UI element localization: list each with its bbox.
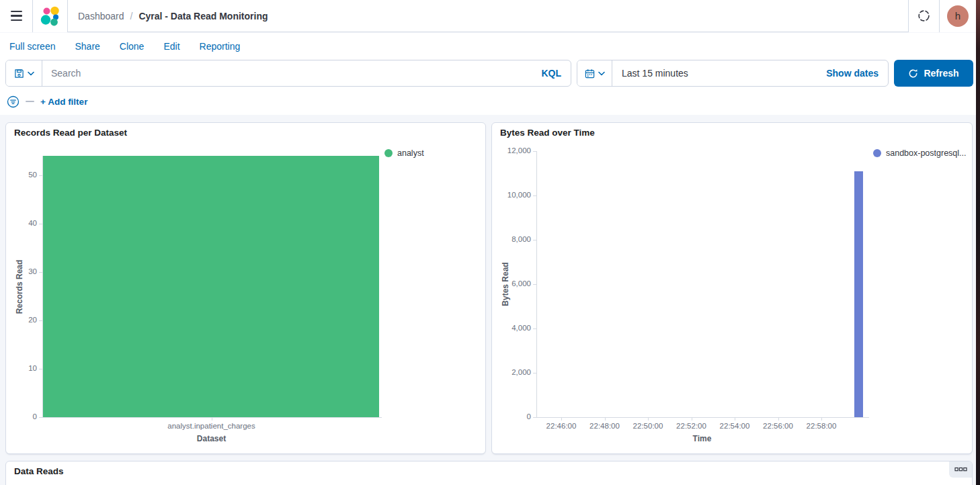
x-tick-label: 22:48:00 <box>581 422 628 430</box>
y-tick-mark <box>533 240 536 240</box>
calendar-icon <box>585 69 595 79</box>
y-tick-label: 40 <box>0 219 37 227</box>
x-tick-mark <box>692 417 692 421</box>
share-link[interactable]: Share <box>71 38 103 54</box>
user-menu-button[interactable]: h <box>939 0 976 32</box>
x-tick-mark <box>605 417 606 421</box>
y-tick-mark <box>533 373 536 373</box>
saved-query-button[interactable] <box>6 60 42 86</box>
x-tick-mark <box>648 417 649 421</box>
data-reads-panel: Data Reads <box>5 461 973 485</box>
breadcrumb: Dashboard / Cyral - Data Read Monitoring <box>78 11 268 21</box>
chevron-down-icon <box>28 71 34 76</box>
help-icon <box>917 9 930 22</box>
legend-dot-icon <box>873 149 881 157</box>
legend-item[interactable]: sandbox-postgresql... <box>873 148 967 158</box>
y-tick-mark <box>533 195 536 196</box>
x-axis-line <box>42 417 382 418</box>
x-axis-title: Dataset <box>145 434 279 443</box>
y-tick-label: 2,000 <box>492 368 531 376</box>
chart-legend: analyst <box>384 148 424 158</box>
y-tick-mark <box>39 272 42 273</box>
full-screen-link[interactable]: Full screen <box>6 38 58 54</box>
y-tick-label: 10,000 <box>492 191 531 199</box>
y-tick-label: 20 <box>0 316 37 324</box>
chevron-down-icon <box>598 71 605 76</box>
x-tick-mark <box>735 417 735 421</box>
y-axis-title: Bytes Read <box>501 262 510 306</box>
panel-options-icon <box>954 466 967 474</box>
query-language-button[interactable]: KQL <box>532 60 571 86</box>
x-tick-label: 22:56:00 <box>755 422 802 430</box>
records-read-panel: Records Read per Dataset 01020304050anal… <box>5 122 486 454</box>
bar-analyst[interactable] <box>43 156 379 417</box>
filter-options-icon[interactable] <box>7 95 19 108</box>
breadcrumb-separator: / <box>130 11 133 21</box>
quick-select-date-button[interactable] <box>577 60 612 86</box>
hamburger-icon <box>11 11 22 21</box>
bar-sandbox-postgresql...[interactable] <box>854 171 863 417</box>
breadcrumb-dashboard-link[interactable]: Dashboard <box>78 11 124 21</box>
y-tick-label: 10 <box>0 364 37 372</box>
chart-legend: sandbox-postgresql... <box>873 148 967 158</box>
refresh-label: Refresh <box>924 68 958 79</box>
y-tick-mark <box>39 417 42 418</box>
y-tick-mark <box>533 151 536 152</box>
help-button[interactable] <box>908 0 939 32</box>
y-tick-mark <box>39 224 42 224</box>
y-tick-label: 8,000 <box>492 235 531 243</box>
x-tick-label: 22:50:00 <box>624 422 671 430</box>
avatar: h <box>947 5 969 27</box>
x-tick-label: 22:52:00 <box>668 422 715 430</box>
legend-label: analyst <box>397 148 424 158</box>
top-navigation-bar: Dashboard / Cyral - Data Read Monitoring… <box>0 0 976 32</box>
save-icon <box>14 69 24 79</box>
y-tick-label: 4,000 <box>492 324 531 332</box>
menu-toggle-button[interactable] <box>0 0 33 32</box>
legend-dot-icon <box>384 149 393 157</box>
x-axis-line <box>536 417 869 418</box>
y-tick-mark <box>533 417 536 418</box>
bytes-read-panel: Bytes Read over Time 02,0004,0006,0008,0… <box>491 122 973 454</box>
time-range-value[interactable]: Last 15 minutes <box>612 68 817 79</box>
edit-link[interactable]: Edit <box>160 38 183 54</box>
window-edge-strip <box>976 0 980 485</box>
y-tick-mark <box>533 284 536 285</box>
panel-options-button[interactable] <box>949 461 972 478</box>
x-tick-label: 22:58:00 <box>798 422 845 430</box>
x-axis-title: Time <box>635 434 770 443</box>
x-tick-label: analyst.inpatient_charges <box>124 422 299 430</box>
x-tick-mark <box>821 417 822 421</box>
records-read-chart: 01020304050analyst.inpatient_chargesData… <box>6 123 485 453</box>
legend-item[interactable]: analyst <box>384 148 424 158</box>
filter-dash-decoration <box>26 101 34 102</box>
x-tick-mark <box>561 417 562 421</box>
add-filter-button[interactable]: + Add filter <box>40 97 87 107</box>
refresh-icon <box>908 69 918 79</box>
panel-title: Data Reads <box>6 461 972 476</box>
y-axis-line <box>536 151 537 417</box>
y-tick-label: 50 <box>0 171 37 179</box>
y-tick-mark <box>533 328 536 329</box>
search-group: KQL <box>5 60 571 87</box>
refresh-button[interactable]: Refresh <box>894 60 973 87</box>
x-tick-mark <box>778 417 779 421</box>
y-tick-label: 0 <box>492 412 531 421</box>
reporting-link[interactable]: Reporting <box>196 38 244 54</box>
bytes-read-chart: 02,0004,0006,0008,00010,00012,00022:46:0… <box>492 123 972 453</box>
elastic-logo-icon <box>40 5 61 27</box>
y-tick-mark <box>39 175 42 176</box>
x-tick-label: 22:54:00 <box>711 422 758 430</box>
y-tick-label: 12,000 <box>492 146 531 155</box>
y-tick-label: 6,000 <box>492 279 531 288</box>
y-tick-label: 0 <box>0 412 37 421</box>
search-input[interactable] <box>42 60 532 86</box>
y-tick-mark <box>39 320 42 321</box>
y-tick-mark <box>39 369 42 369</box>
elastic-logo[interactable] <box>33 0 68 32</box>
query-bar: KQL Last 15 minutes Show dates Refresh <box>5 60 973 87</box>
show-dates-button[interactable]: Show dates <box>817 68 888 79</box>
clone-link[interactable]: Clone <box>116 38 148 54</box>
filter-bar: + Add filter <box>7 92 87 111</box>
page-title: Cyral - Data Read Monitoring <box>138 11 268 21</box>
